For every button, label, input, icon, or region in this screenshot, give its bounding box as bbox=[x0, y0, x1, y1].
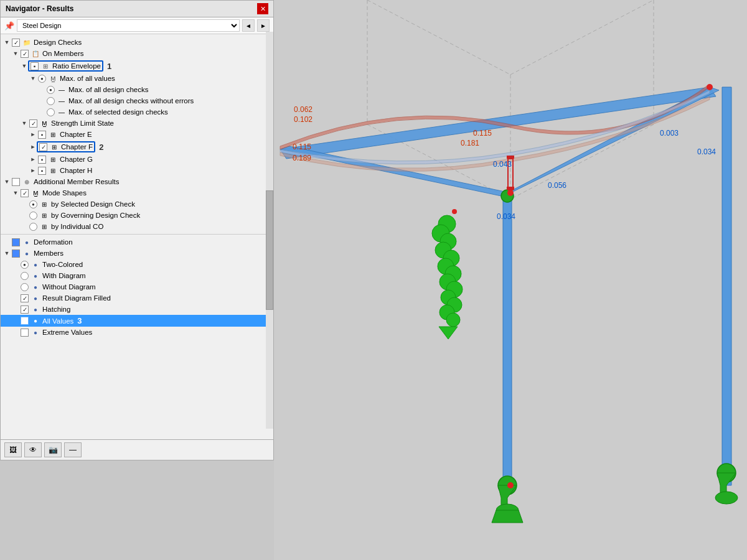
strength-label: Strength Limit State bbox=[51, 119, 114, 127]
toolbar-btn-1[interactable]: 🖼 bbox=[4, 442, 22, 457]
expand-icon: ▼ bbox=[3, 250, 11, 257]
tree-item-chapter-g[interactable]: ► ⊞ Chapter G bbox=[1, 154, 273, 165]
tree-item-all-values[interactable]: ▼ ● All Values 3 bbox=[1, 315, 273, 327]
next-button[interactable]: ► bbox=[257, 19, 270, 32]
m-icon: M̲ bbox=[39, 119, 49, 128]
checkbox-mode-shapes[interactable] bbox=[21, 189, 29, 197]
radio-max-all-dc[interactable] bbox=[47, 86, 55, 94]
toolbar-btn-2[interactable]: 👁 bbox=[24, 442, 42, 457]
color-icon: ● bbox=[31, 260, 40, 269]
by-selected-label: by Selected Design Check bbox=[51, 200, 135, 208]
max-selected-label: Max. of selected design checks bbox=[68, 108, 168, 116]
tree-item-two-colored[interactable]: ▼ ● Two-Colored bbox=[1, 259, 273, 270]
tree-item-max-all-dc[interactable]: ▼ — Max. of all design checks bbox=[1, 84, 273, 95]
no-diagram-icon: ● bbox=[31, 282, 40, 291]
chapter-e-label: Chapter E bbox=[60, 131, 92, 138]
chart-icon: ⊞ bbox=[40, 62, 50, 70]
expand-icon: ► bbox=[29, 156, 37, 163]
svg-rect-35 bbox=[507, 156, 514, 159]
tree-item-max-selected[interactable]: ▼ — Max. of selected design checks bbox=[1, 106, 273, 118]
radio-with-diagram[interactable] bbox=[21, 272, 29, 280]
result-filled-label: Result Diagram Filled bbox=[42, 294, 111, 302]
radio-by-selected[interactable] bbox=[29, 200, 37, 208]
checkbox-additional[interactable] bbox=[12, 178, 20, 186]
radio-two-colored[interactable] bbox=[21, 261, 29, 269]
dash-icon: — bbox=[57, 96, 67, 105]
without-diagram-label: Without Diagram bbox=[42, 283, 96, 291]
scrollbar-thumb[interactable] bbox=[266, 190, 273, 309]
tree-item-by-governing[interactable]: ▼ ⊞ by Governing Design Check bbox=[1, 210, 273, 221]
with-diagram-label: With Diagram bbox=[42, 272, 86, 279]
tree-content: ▼ 📁 Design Checks ▼ 📋 On Members ▼ ⊞ bbox=[1, 34, 273, 439]
checkbox-hatching[interactable] bbox=[21, 306, 29, 314]
max-all-dc-label: Max. of all design checks bbox=[68, 86, 148, 93]
all-values-label: All Values bbox=[42, 317, 73, 325]
tree-item-chapter-h[interactable]: ► ⊞ Chapter H bbox=[1, 165, 273, 176]
svg-rect-36 bbox=[507, 187, 514, 190]
checkbox-extreme-values[interactable] bbox=[21, 329, 29, 337]
close-button[interactable]: ✕ bbox=[257, 3, 268, 14]
svg-text:0.003: 0.003 bbox=[660, 129, 679, 138]
by-governing-label: by Governing Design Check bbox=[51, 212, 140, 219]
checkbox-result-filled[interactable] bbox=[21, 294, 29, 302]
checkbox-chapter-f[interactable] bbox=[39, 143, 47, 151]
checkbox-ratio-envelope[interactable] bbox=[31, 62, 39, 70]
svg-marker-11 bbox=[492, 510, 523, 523]
svg-text:0.181: 0.181 bbox=[461, 139, 479, 147]
tree-item-with-diagram[interactable]: ▼ ● With Diagram bbox=[1, 270, 273, 281]
tree-item-deformation[interactable]: ▼ ● Deformation bbox=[1, 236, 273, 248]
tree-item-extreme-values[interactable]: ▼ ● Extreme Values bbox=[1, 327, 273, 338]
checkbox-chapter-h[interactable] bbox=[38, 167, 46, 175]
tree-item-max-no-errors[interactable]: ▼ — Max. of all design checks without er… bbox=[1, 95, 273, 106]
tree-item-hatching[interactable]: ▼ ● Hatching bbox=[1, 304, 273, 315]
checkbox-design-checks[interactable] bbox=[12, 39, 20, 47]
toolbar-btn-3[interactable]: 📷 bbox=[44, 442, 62, 457]
svg-text:0.102: 0.102 bbox=[294, 115, 312, 124]
expand-icon: ▼ bbox=[12, 189, 19, 197]
tree-item-without-diagram[interactable]: ▼ ● Without Diagram bbox=[1, 281, 273, 292]
radio-by-individual[interactable] bbox=[29, 223, 37, 231]
svg-text:0.034: 0.034 bbox=[497, 212, 515, 221]
tree-item-on-members[interactable]: ▼ 📋 On Members bbox=[1, 48, 273, 59]
hatching-label: Hatching bbox=[42, 306, 70, 313]
tree-item-design-checks[interactable]: ▼ 📁 Design Checks bbox=[1, 37, 273, 48]
checkbox-chapter-g[interactable] bbox=[38, 156, 46, 164]
tree-item-result-filled[interactable]: ▼ ● Result Diagram Filled bbox=[1, 292, 273, 304]
tree-item-mode-shapes[interactable]: ▼ M̲ Mode Shapes bbox=[1, 187, 273, 198]
svg-point-32 bbox=[707, 84, 713, 90]
tree-item-chapter-e[interactable]: ► ⊞ Chapter E bbox=[1, 129, 273, 140]
mode-shapes-label: Mode Shapes bbox=[42, 189, 87, 197]
folder-icon: 📁 bbox=[22, 38, 32, 47]
radio-max-no-errors[interactable] bbox=[47, 97, 55, 105]
radio-max-selected[interactable] bbox=[47, 108, 55, 116]
dropdown-bar: 📌 Steel Design ◄ ► bbox=[1, 17, 273, 34]
checkbox-on-members[interactable] bbox=[21, 50, 29, 58]
checkbox-deformation[interactable] bbox=[12, 238, 20, 246]
radio-by-governing[interactable] bbox=[29, 212, 37, 220]
tree-item-chapter-f[interactable]: ► ⊞ Chapter F 2 bbox=[1, 140, 273, 154]
title-bar: Navigator - Results ✕ bbox=[1, 1, 273, 17]
scrollbar-track[interactable] bbox=[266, 32, 273, 429]
tree-item-by-selected[interactable]: ▼ ⊞ by Selected Design Check bbox=[1, 198, 273, 210]
expand-icon: ► bbox=[29, 131, 37, 138]
chart-icon: ⊞ bbox=[39, 211, 49, 220]
checkbox-chapter-e[interactable] bbox=[38, 131, 46, 139]
chapter-h-label: Chapter H bbox=[60, 167, 92, 174]
module-dropdown[interactable]: Steel Design bbox=[17, 19, 240, 32]
tree-item-members[interactable]: ▼ ● Members bbox=[1, 248, 273, 259]
tree-item-additional[interactable]: ▼ ⊕ Additional Member Results bbox=[1, 176, 273, 187]
tree-item-strength[interactable]: ▼ M̲ Strength Limit State bbox=[1, 118, 273, 129]
tree-item-ratio-envelope[interactable]: ▼ ⊞ Ratio Envelope 1 bbox=[1, 59, 273, 73]
radio-without-diagram[interactable] bbox=[21, 283, 29, 291]
svg-text:0.062: 0.062 bbox=[294, 105, 312, 114]
checkbox-members[interactable] bbox=[12, 250, 20, 258]
svg-point-15 bbox=[715, 492, 738, 504]
tree-item-max-all[interactable]: ▼ M̲ Max. of all values bbox=[1, 73, 273, 84]
m-icon: M̲ bbox=[31, 189, 40, 197]
prev-button[interactable]: ◄ bbox=[242, 19, 255, 32]
checkbox-all-values[interactable] bbox=[21, 317, 29, 325]
toolbar-btn-4[interactable]: — bbox=[64, 442, 82, 457]
tree-item-by-individual[interactable]: ▼ ⊞ by Individual CO bbox=[1, 221, 273, 232]
radio-max-all[interactable] bbox=[38, 75, 46, 83]
checkbox-strength[interactable] bbox=[29, 119, 37, 128]
